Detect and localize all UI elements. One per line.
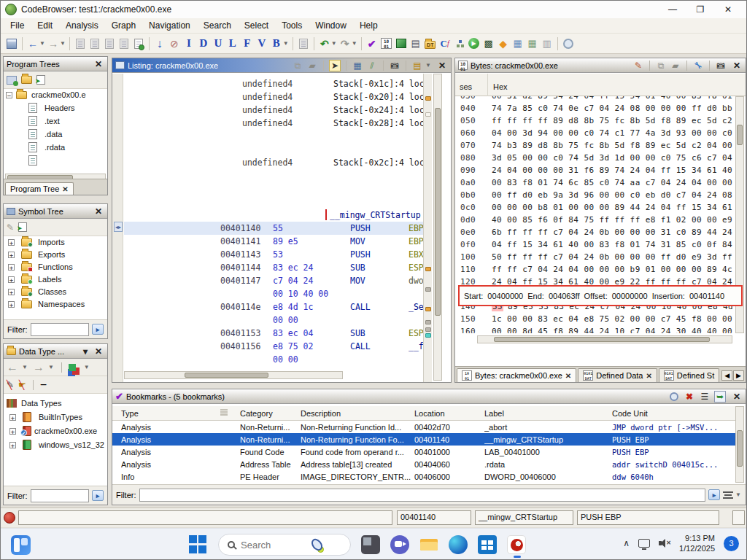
display-tray-icon[interactable] (638, 539, 650, 548)
panel-menu-icon[interactable]: ▾ (81, 346, 90, 357)
settings-wrench-icon[interactable]: 🔧︎ (692, 60, 704, 71)
microsoft-store-icon[interactable] (478, 535, 497, 554)
hex-row[interactable]: 050ff ff ff ff 89 d8 8b 75 fc 8b 5d f8 8… (455, 114, 735, 127)
bookmark-marker[interactable] (425, 267, 431, 271)
listing-var-row[interactable]: undefined4Stack[-0x1c]:4 loc. (124, 77, 432, 90)
bookmark-row-selected[interactable]: AnalysisNon-Returni...Non-Returning Func… (112, 433, 735, 446)
gray-marker[interactable] (425, 327, 431, 332)
column-filter-icon[interactable] (723, 491, 733, 499)
no-edit-icon[interactable]: ✎╲ (7, 380, 14, 390)
menu-graph[interactable]: Graph (105, 19, 142, 32)
listing-hscrollbar[interactable] (124, 371, 343, 379)
bookmarks-close-icon[interactable]: ✕ (731, 392, 743, 402)
ghidra-taskbar-icon[interactable] (507, 535, 526, 554)
asm-row[interactable]: 0040114189 e5MOVEBP,E (124, 235, 432, 248)
memory-chip-button[interactable]: ▩ (481, 36, 496, 51)
tree-item-classes[interactable]: Classes (4, 286, 107, 298)
ghidra-status-icon[interactable] (4, 512, 15, 524)
tree-item-program-root[interactable]: crackme0x00.e (4, 89, 107, 102)
dtm-display-icon[interactable] (69, 364, 76, 371)
listing-format-icon[interactable]: ▤ (411, 60, 423, 71)
sync-world-button[interactable] (561, 36, 576, 51)
table-view-button[interactable]: ▦ (511, 36, 525, 51)
program-trees-close-icon[interactable]: ✕ (93, 59, 104, 69)
tab-close-icon[interactable]: ✕ (565, 372, 571, 380)
close-button[interactable]: ✕ (714, 1, 742, 18)
maximize-button[interactable]: ❐ (686, 1, 714, 18)
bytes-hscrollbar[interactable] (477, 335, 732, 343)
tab-defined-strings[interactable]: 0101DAT Defined St (659, 368, 719, 382)
tree-item-data[interactable]: .data (4, 128, 107, 141)
menu-search[interactable]: Search (197, 19, 238, 32)
hex-row[interactable]: 04074 7a 85 c0 74 0e c7 04 24 08 00 00 0… (455, 102, 735, 114)
tree-item-data-types-root[interactable]: Data Types (4, 397, 107, 411)
hex-row[interactable]: 07074 b3 89 d8 8b 75 fc 8b 5d f8 89 ec 5… (455, 139, 735, 152)
menu-edit[interactable]: Edit (31, 19, 59, 32)
volume-muted-icon[interactable]: ✕ (659, 538, 670, 548)
data-type-manager-button[interactable]: DT (423, 36, 438, 51)
tab-bytes[interactable]: 1001 Bytes: crackme0x00.exe✕ (457, 368, 576, 382)
snapshot-camera-icon[interactable]: 📷︎ (389, 60, 400, 71)
call-tree-button[interactable] (452, 36, 467, 51)
page-refresh-icon[interactable] (131, 36, 146, 51)
clock[interactable]: 9:13 PM 1/12/2025 (679, 533, 715, 554)
gray-marker[interactable] (425, 287, 431, 292)
bookmark-row[interactable]: AnalysisFound CodeFound code from operan… (112, 446, 735, 458)
diamond-button[interactable]: ◆ (496, 36, 511, 51)
hex-row[interactable]: 0f004 ff 15 34 61 40 00 83 f8 01 74 31 8… (455, 238, 735, 251)
bytes-viewer-button[interactable]: 1001 (379, 36, 394, 51)
edit-pencil-icon[interactable]: ✎ (632, 60, 644, 71)
asm-row[interactable]: 0040115383 ec 04SUBESP,0 (124, 327, 432, 340)
filter-options-icon[interactable]: ▸ (92, 490, 104, 501)
bookmark-settings-icon[interactable] (668, 391, 680, 402)
asm-row[interactable]: 00 00 (124, 314, 432, 327)
filter-dropdown-icon[interactable]: ▼ (735, 491, 741, 498)
expander-icon[interactable] (6, 92, 12, 98)
asm-row[interactable]: 00401147c7 04 24MOVdword (124, 274, 432, 287)
hex-row[interactable]: 09024 04 00 00 00 31 f6 89 74 24 04 ff 1… (455, 164, 735, 176)
scrollbar-thumb[interactable] (737, 430, 743, 467)
expander-icon[interactable] (8, 289, 15, 295)
copy-icon[interactable]: ⧉ (292, 60, 303, 71)
menu-select[interactable]: Select (238, 19, 275, 32)
forward-dropdown-icon[interactable]: ▼ (60, 40, 66, 47)
edge-icon[interactable] (449, 535, 468, 554)
column-code-unit[interactable]: Code Unit (612, 409, 732, 418)
program-tree-tab[interactable]: Program Tree✕ (5, 182, 74, 195)
tree-item-imports[interactable]: Imports (4, 236, 107, 249)
letter-B-button[interactable]: B (269, 36, 284, 51)
back-button[interactable]: ← (26, 36, 40, 51)
bookmarks-vscrollbar[interactable] (735, 406, 744, 483)
menu-file[interactable]: File (4, 19, 31, 32)
tray-chevron-icon[interactable]: ∧ (623, 538, 630, 548)
hex-row[interactable]: 0a000 83 f8 01 74 6c 85 c0 74 aa c7 04 2… (455, 176, 735, 189)
hex-row[interactable]: 0d040 00 85 f6 0f 84 75 ff ff ff e8 f1 0… (455, 214, 735, 226)
column-category[interactable]: Category (240, 409, 298, 418)
goto-view-icon[interactable]: ➤ (18, 222, 27, 232)
format-dropdown-icon[interactable]: ▼ (425, 62, 431, 69)
tree-item-builtintypes[interactable]: BuiltInTypes (4, 411, 107, 424)
listing-var-row[interactable]: undefined4Stack[-0x20]:4 loc. (124, 90, 432, 104)
tree-item-rdata[interactable]: .rdata (4, 141, 107, 155)
bytes-close-icon[interactable]: ✕ (731, 61, 743, 71)
scrollbar-thumb[interactable] (737, 125, 743, 145)
hex-row[interactable]: 0e06b ff ff ff c7 04 24 0b 00 00 00 31 c… (455, 226, 735, 238)
expander-icon[interactable] (8, 301, 15, 308)
diff-view-icon[interactable]: ⫽ (366, 60, 378, 71)
scrollbar-thumb[interactable] (185, 373, 268, 378)
column-location[interactable]: Location (414, 409, 481, 418)
tab-close-icon[interactable]: ✕ (62, 185, 68, 193)
tree-item-crackme-archive[interactable]: ✓ crackme0x00.exe (4, 424, 107, 438)
splitter-handle[interactable]: ◂▸ (114, 222, 123, 232)
tree-item-headers[interactable]: Headers (4, 102, 107, 115)
no-pointer-icon[interactable]: ☛╲ (18, 380, 26, 390)
hex-row[interactable]: 0c000 00 00 b8 01 00 00 00 89 44 24 04 f… (455, 201, 735, 214)
search-input[interactable] (241, 540, 306, 551)
filter-options-icon[interactable]: ▸ (708, 489, 720, 500)
tab-close-icon[interactable]: ✕ (646, 372, 651, 380)
undo-button[interactable]: ↶ (317, 36, 332, 51)
tree-item-text[interactable]: .text (4, 115, 107, 128)
function-compare-button[interactable]: Cf (438, 36, 452, 51)
delete-bookmark-icon[interactable]: ✖ (684, 391, 695, 402)
expander-icon[interactable] (9, 414, 16, 421)
